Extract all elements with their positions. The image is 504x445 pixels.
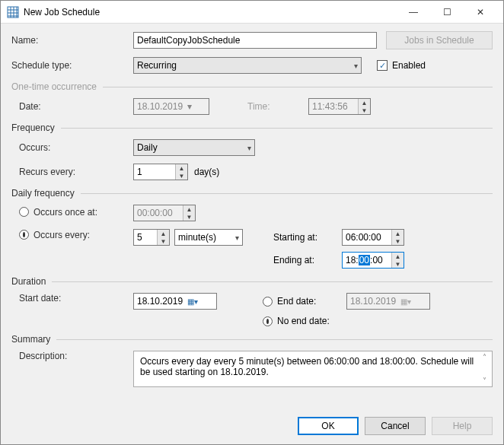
no-end-date-label: No end date:: [277, 316, 330, 326]
calendar-icon: ▦▾: [400, 296, 411, 307]
maximize-button[interactable]: ☐: [430, 2, 464, 23]
spin-up-icon: ▲: [183, 205, 195, 213]
occurs-every-label: Occurs every:: [33, 230, 90, 240]
spin-down-icon[interactable]: ▼: [176, 172, 187, 180]
chevron-down-icon: ▾: [247, 144, 251, 152]
checkmark-icon: ✓: [377, 60, 388, 71]
spin-down-icon: ▼: [359, 106, 370, 114]
dialog-window: New Job Schedule — ☐ ✕ Name: Jobs in Sch…: [0, 0, 504, 445]
chevron-down-icon: ▾: [235, 234, 239, 242]
scroll-up-icon[interactable]: ˄: [478, 353, 490, 361]
radio-icon: [263, 297, 273, 307]
scrollbar[interactable]: ˄ ˅: [478, 353, 490, 385]
schedule-type-select[interactable]: Recurring ▾: [133, 57, 362, 74]
spin-down-icon[interactable]: ▼: [158, 237, 169, 245]
button-bar: OK Cancel Help: [298, 417, 493, 435]
spin-down-icon: ▼: [183, 213, 195, 221]
start-date-value: 18.10.2019: [137, 296, 183, 307]
schedule-grid-icon: [7, 6, 19, 18]
onetime-date-value: 18.10.2019: [137, 101, 183, 112]
radio-icon: [263, 316, 273, 326]
ending-at-label: Ending at:: [273, 255, 342, 265]
content-area: Name: Jobs in Schedule Schedule type: Re…: [1, 24, 503, 402]
onetime-time-label: Time:: [247, 101, 308, 112]
radio-icon: [19, 230, 29, 240]
onetime-time-value: [309, 99, 358, 114]
spin-up-icon[interactable]: ▲: [392, 253, 404, 260]
end-date-radio[interactable]: End date:: [263, 296, 346, 307]
recurs-every-value[interactable]: [134, 164, 175, 180]
days-unit-label: day(s): [194, 167, 219, 177]
description-label: Description:: [11, 351, 133, 361]
spin-up-icon[interactable]: ▲: [392, 230, 404, 237]
occurs-every-n-value[interactable]: [134, 230, 157, 245]
schedule-type-label: Schedule type:: [11, 60, 133, 71]
jobs-in-schedule-button: Jobs in Schedule: [386, 31, 493, 49]
recurs-every-spinner[interactable]: ▲▼: [133, 164, 188, 180]
ok-button[interactable]: OK: [298, 417, 359, 435]
spin-down-icon[interactable]: ▼: [392, 260, 404, 268]
onetime-time-spinner: ▲▼: [308, 98, 371, 115]
end-date-value: 18.10.2019: [350, 296, 396, 307]
chevron-down-icon: ▾: [187, 101, 192, 112]
ending-at-value[interactable]: 18:00:00: [343, 253, 391, 268]
occurs-once-time-spinner: ▲▼: [133, 205, 196, 221]
schedule-type-value: Recurring: [137, 60, 177, 71]
radio-icon: [19, 207, 29, 217]
ending-at-spinner[interactable]: 18:00:00 ▲▼: [342, 252, 404, 269]
end-date-picker: 18.10.2019 ▦▾: [346, 293, 430, 310]
titlebar: New Job Schedule — ☐ ✕: [1, 1, 503, 24]
end-date-label: End date:: [277, 296, 316, 307]
cancel-button[interactable]: Cancel: [365, 417, 426, 435]
help-button: Help: [432, 417, 493, 435]
spin-up-icon[interactable]: ▲: [176, 164, 187, 172]
start-date-label: Start date:: [11, 293, 133, 304]
enabled-checkbox[interactable]: ✓ Enabled: [377, 60, 426, 71]
starting-at-value[interactable]: [343, 230, 391, 245]
description-textarea[interactable]: Occurs every day every 5 minute(s) betwe…: [133, 351, 493, 387]
spin-up-icon[interactable]: ▲: [158, 230, 169, 237]
starting-at-label: Starting at:: [273, 232, 342, 243]
occurs-once-radio[interactable]: Occurs once at:: [19, 207, 97, 218]
occurs-every-n-spinner[interactable]: ▲▼: [133, 229, 170, 246]
occurs-select[interactable]: Daily ▾: [133, 139, 255, 156]
occurs-once-time-value: [134, 205, 183, 221]
occurs-value: Daily: [137, 142, 158, 153]
no-end-date-radio[interactable]: No end date:: [263, 316, 330, 326]
spin-down-icon[interactable]: ▼: [392, 237, 404, 245]
window-control-buttons: — ☐ ✕: [397, 2, 497, 23]
onetime-date-label: Date:: [11, 101, 133, 112]
occurs-every-radio[interactable]: Occurs every:: [19, 230, 90, 240]
occurs-every-unit-value: minute(s): [178, 232, 216, 243]
spin-up-icon: ▲: [359, 99, 370, 106]
minimize-button[interactable]: —: [397, 2, 430, 23]
summary-group: Summary: [11, 334, 493, 345]
enabled-label: Enabled: [392, 60, 426, 71]
window-title: New Job Schedule: [24, 7, 397, 17]
occurs-once-label: Occurs once at:: [33, 207, 97, 218]
occurs-once-wrapper: Occurs once at:: [11, 207, 133, 220]
duration-group: Duration: [11, 276, 493, 287]
frequency-group: Frequency: [11, 122, 493, 133]
name-label: Name:: [11, 35, 133, 46]
occurs-label: Occurs:: [11, 142, 133, 153]
daily-frequency-group: Daily frequency: [11, 188, 493, 199]
one-time-group: One-time occurrence: [11, 81, 493, 92]
calendar-icon: ▦▾: [187, 296, 198, 307]
occurs-every-unit-select[interactable]: minute(s) ▾: [174, 229, 243, 246]
onetime-date-picker: 18.10.2019 ▾: [133, 98, 209, 115]
description-text: Occurs every day every 5 minute(s) betwe…: [140, 356, 474, 377]
name-input[interactable]: [133, 32, 377, 49]
occurs-every-wrapper: Occurs every:: [11, 229, 133, 240]
starting-at-spinner[interactable]: ▲▼: [342, 229, 404, 246]
scroll-down-icon[interactable]: ˅: [478, 377, 490, 385]
close-button[interactable]: ✕: [464, 2, 497, 23]
chevron-down-icon: ▾: [354, 62, 358, 70]
start-date-picker[interactable]: 18.10.2019 ▦▾: [133, 293, 217, 310]
recurs-every-label: Recurs every:: [11, 167, 133, 177]
